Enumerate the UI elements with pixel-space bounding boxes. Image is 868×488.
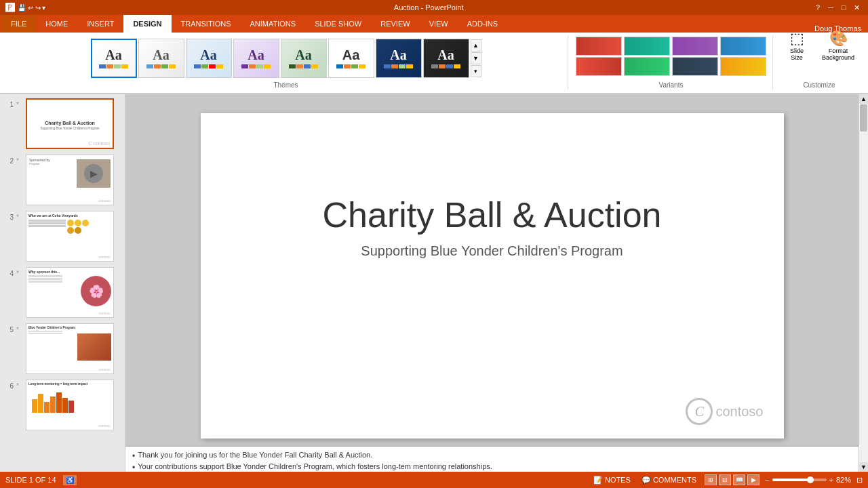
notes-area: • Thank you for joining us for the Blue … [125,445,859,472]
slide-image-2[interactable]: Sponsored by Program ▶ contoso [26,155,114,205]
statusbar: SLIDE 1 OF 14 ♿ 📝 NOTES 💬 COMMENTS ⊞ ⊟ 📖… [0,472,868,488]
tab-view[interactable]: VIEW [420,15,458,33]
theme-2[interactable]: Aa [138,39,184,78]
scroll-down-btn[interactable]: ▼ [859,462,868,472]
slide-star-2: * [16,157,23,165]
tab-home[interactable]: HOME [36,15,77,33]
tab-animations[interactable]: ANIMATIONS [241,15,306,33]
slide-thumb-3[interactable]: 3 * Who we are at Coha Vineyards [3,209,122,263]
theme-6[interactable]: Aa [328,39,374,78]
slide-title: Charity Ball & Auction [201,195,784,235]
slide-size-icon: ⬚ [790,30,804,47]
themes-group: Aa Aa [4,35,568,90]
customize-group: ⬚ SlideSize 🎨 FormatBackground Customize [774,35,864,90]
themes-scroll-up[interactable]: ▲ [471,39,481,52]
tab-transitions[interactable]: TRANSITIONS [172,15,241,33]
canvas-with-notes: Charity Ball & Auction Supporting Blue Y… [125,94,868,472]
zoom-slider[interactable]: − + 82% [765,476,851,484]
variant-3[interactable] [672,37,718,56]
variant-6[interactable] [624,57,670,76]
scroll-up-btn[interactable]: ▲ [859,94,868,104]
slide-thumb-4[interactable]: 4 * Why sponsor this... 🌸 [3,266,122,319]
variant-4[interactable] [720,37,766,56]
themes-more[interactable]: ▾ [471,65,481,77]
slide-image-4[interactable]: Why sponsor this... 🌸 contoso [26,267,114,318]
zoom-out-button[interactable]: − [765,476,769,484]
ribbon-content: Aa Aa [0,33,868,94]
slide-image-6[interactable]: Long-term mentoring = long-term impact c… [26,380,114,430]
format-bg-label: FormatBackground [822,48,854,62]
tab-addins[interactable]: ADD-INS [458,15,507,33]
slide-size-button[interactable]: ⬚ SlideSize [780,37,814,54]
slideshow-button[interactable]: ▶ [747,474,760,485]
right-scrollbar[interactable]: ▲ ▼ [859,94,868,472]
help-button[interactable]: ? [812,2,824,13]
slide-thumb-1[interactable]: 1 * Charity Ball & Auction Supporting Bl… [3,97,122,150]
minimize-button[interactable]: ─ [825,2,837,13]
theme-office[interactable]: Aa [91,39,137,78]
zoom-fill [772,479,808,481]
variants-label: Variants [570,81,772,89]
slide-star-1: * [16,101,23,108]
main-area: 1 * Charity Ball & Auction Supporting Bl… [0,94,868,472]
slide-thumb-2[interactable]: 2 * Sponsored by Program ▶ contoso [3,153,122,207]
titlebar: 🅿 💾 ↩ ↪ ▾ Auction - PowerPoint ? ─ □ ✕ [0,0,868,15]
slide-thumb-5[interactable]: 5 * Blue Yonder Children's Program [3,322,122,375]
tab-slideshow[interactable]: SLIDE SHOW [305,15,371,33]
slide-star-5: * [16,326,23,333]
comments-label: COMMENTS [653,476,696,484]
tab-insert[interactable]: INSERT [77,15,123,33]
scroll-track [859,104,868,462]
themes-scroll-down[interactable]: ▼ [471,52,481,64]
logo-c-icon: C [686,398,713,425]
accessibility-icon: ♿ [63,475,77,485]
format-bg-icon: 🎨 [829,30,848,47]
normal-view-button[interactable]: ⊞ [705,474,717,485]
slide-panel: 1 * Charity Ball & Auction Supporting Bl… [0,94,125,472]
slide-num-5: 5 [4,326,14,333]
note-text-2: Your contributions support Blue Yonder C… [138,462,492,470]
slide-num-4: 4 [4,270,14,277]
quick-access: 💾 ↩ ↪ ▾ [18,4,45,12]
slide-sorter-button[interactable]: ⊟ [719,474,731,485]
reading-view-button[interactable]: 📖 [733,474,745,485]
theme-3[interactable]: Aa [186,39,232,78]
slide-image-5[interactable]: Blue Yonder Children's Program contoso [26,323,114,374]
variant-8[interactable] [720,57,766,76]
variant-5[interactable] [576,57,622,76]
slide-subtitle: Supporting Blue Yonder Children's Progra… [201,243,784,259]
slide-logo: C contoso [686,398,763,425]
slide-thumb-6[interactable]: 6 * Long-term mentoring = long-term impa… [3,378,122,432]
theme-5[interactable]: Aa [281,39,327,78]
theme-8[interactable]: Aa [423,39,469,78]
zoom-in-button[interactable]: + [829,476,833,484]
status-left: SLIDE 1 OF 14 ♿ [5,475,77,485]
comments-icon: 💬 [642,476,651,485]
center-area: Charity Ball & Auction Supporting Blue Y… [125,94,868,472]
zoom-level: 82% [836,476,851,484]
theme-7[interactable]: Aa [376,39,422,78]
variant-2[interactable] [624,37,670,56]
variant-7[interactable] [672,57,718,76]
notes-button[interactable]: 📝 NOTES [591,474,633,486]
theme-4[interactable]: Aa [233,39,279,78]
format-background-button[interactable]: 🎨 FormatBackground [818,37,859,54]
tab-design[interactable]: DESIGN [123,15,171,33]
ribbon: FILE HOME INSERT DESIGN TRANSITIONS ANIM… [0,15,868,94]
fit-slide-button[interactable]: ⊡ [856,476,863,485]
maximize-button[interactable]: □ [837,2,850,13]
close-button[interactable]: ✕ [850,2,863,13]
slide-image-1[interactable]: Charity Ball & Auction Supporting Blue Y… [26,98,114,149]
tab-review[interactable]: REVIEW [371,15,419,33]
note-bullet-1: • [132,451,135,461]
variants-group: Variants [570,35,773,90]
slide-star-6: * [16,382,23,390]
slide-canvas: Charity Ball & Auction Supporting Blue Y… [201,113,784,439]
note-1: • Thank you for joining us for the Blue … [132,451,852,461]
variant-1[interactable] [576,37,622,56]
slide-image-3[interactable]: Who we are at Coha Vineyards [26,211,114,262]
logo-text: contoso [715,404,763,420]
tab-file[interactable]: FILE [1,15,36,33]
note-2: • Your contributions support Blue Yonder… [132,462,852,472]
comments-button[interactable]: 💬 COMMENTS [639,474,699,486]
